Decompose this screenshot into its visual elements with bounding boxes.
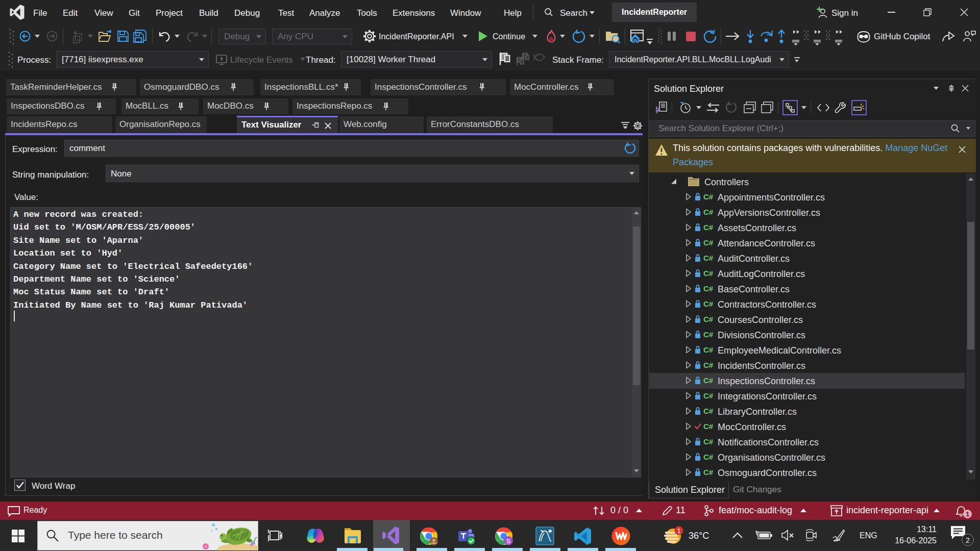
svg-text:1: 1 <box>677 527 680 535</box>
svg-text:S: S <box>506 537 511 545</box>
